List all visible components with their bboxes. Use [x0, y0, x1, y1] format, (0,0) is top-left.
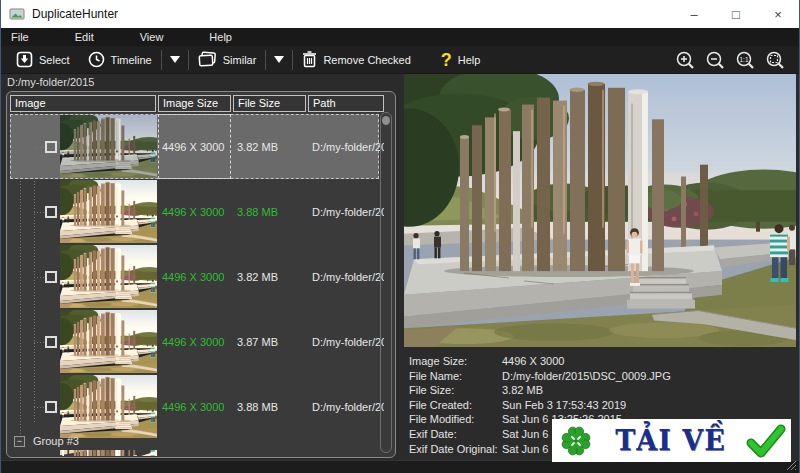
remove-checked-button[interactable]: Remove Checked — [293, 46, 419, 73]
image-thumbnail[interactable] — [60, 115, 157, 178]
meta-file-size: File Size: 3.82 MB — [409, 383, 795, 398]
select-label: Select — [39, 54, 70, 66]
table-row[interactable]: 4496 X 3000 3.88 MB D:/my-folder/20... — [10, 179, 379, 244]
close-button[interactable]: × — [757, 0, 799, 28]
file-size-cell: 3.82 MB — [233, 141, 306, 153]
image-cell — [10, 374, 156, 439]
remove-checked-label: Remove Checked — [323, 54, 410, 66]
similar-button[interactable]: Similar — [189, 46, 266, 73]
menu-view[interactable]: View — [140, 31, 164, 43]
file-size-cell: 3.82 MB — [233, 271, 306, 283]
row-checkbox[interactable] — [45, 206, 57, 218]
app-icon — [9, 6, 25, 22]
chevron-down-icon — [274, 56, 284, 63]
title-bar: DuplicateHunter – □ × — [1, 0, 799, 28]
menu-help[interactable]: Help — [209, 31, 232, 43]
watermark-text: TẢI VỀ — [615, 425, 726, 456]
row-checkbox[interactable] — [45, 271, 57, 283]
path-cell: D:/my-folder/20... — [308, 336, 384, 348]
image-size-cell: 4496 X 3000 — [158, 206, 231, 218]
app-window: DuplicateHunter – □ × File Edit View Hel… — [0, 0, 800, 473]
table-rows: 4496 X 3000 3.82 MB D:/my-folder/20... 4… — [10, 114, 379, 439]
column-header-file-size[interactable]: File Size — [233, 95, 306, 112]
zoom-out-button[interactable] — [705, 50, 725, 70]
image-size-cell: 4496 X 3000 — [158, 271, 231, 283]
file-size-cell: 3.88 MB — [233, 206, 306, 218]
row-checkbox[interactable] — [45, 336, 57, 348]
clock-icon — [88, 51, 105, 68]
timeline-button[interactable]: Timeline — [79, 46, 161, 73]
tree-connector — [34, 147, 45, 148]
table-row[interactable]: 4496 X 3000 3.87 MB D:/my-folder/20... — [10, 309, 379, 374]
image-cell — [10, 114, 156, 179]
meta-file-created: File Created: Sun Feb 3 17:53:43 2019 — [409, 398, 795, 413]
photos-stack-icon — [198, 51, 217, 68]
tree-connector — [34, 407, 45, 408]
collapse-expander-icon[interactable]: − — [14, 436, 25, 447]
path-cell: D:/my-folder/20... — [308, 206, 384, 218]
table-row[interactable]: 4496 X 3000 3.88 MB D:/my-folder/20... — [10, 374, 379, 439]
download-watermark: TẢI VỀ — [552, 419, 791, 462]
timeline-label: Timeline — [111, 54, 152, 66]
clover-icon — [557, 422, 595, 460]
path-cell: D:/my-folder/20... — [308, 271, 384, 283]
zoom-in-button[interactable] — [675, 50, 695, 70]
preview-panel: Image Size: 4496 X 3000 File Name: D:/my… — [398, 74, 799, 460]
tree-connector — [34, 212, 45, 213]
tree-connector — [34, 342, 45, 343]
file-size-cell: 3.87 MB — [233, 336, 306, 348]
main-area: D:/my-folder/2015 Image Image Size File … — [1, 74, 799, 460]
image-thumbnail[interactable] — [60, 375, 157, 438]
scrollbar-thumb[interactable] — [382, 116, 390, 125]
menu-file[interactable]: File — [11, 31, 29, 43]
row-checkbox[interactable] — [45, 401, 57, 413]
tree-connector — [34, 277, 45, 278]
column-header-path[interactable]: Path — [308, 95, 384, 112]
help-button[interactable]: ? Help — [432, 46, 490, 73]
column-header-image-size[interactable]: Image Size — [158, 95, 231, 112]
window-controls: – □ × — [673, 0, 799, 28]
vertical-scrollbar[interactable] — [380, 112, 392, 453]
image-size-cell: 4496 X 3000 — [158, 336, 231, 348]
current-folder-path: D:/my-folder/2015 — [7, 76, 94, 88]
duplicates-list-panel: Image Image Size File Size Path 4496 X 3… — [6, 91, 396, 458]
trash-icon — [302, 51, 317, 68]
image-thumbnail[interactable] — [60, 245, 157, 308]
meta-image-size: Image Size: 4496 X 3000 — [409, 354, 795, 369]
similar-dropdown-button[interactable] — [266, 46, 292, 73]
path-cell: D:/my-folder/20... — [308, 141, 384, 153]
column-header-image[interactable]: Image — [10, 95, 156, 112]
toolbar: Select Timeline Similar — [1, 46, 799, 74]
chevron-down-icon — [170, 56, 180, 63]
image-size-cell: 4496 X 3000 — [158, 401, 231, 413]
svg-text:1:1: 1:1 — [739, 55, 748, 62]
help-icon: ? — [441, 51, 452, 69]
image-cell — [10, 244, 156, 309]
window-title: DuplicateHunter — [32, 7, 118, 21]
select-icon — [16, 51, 33, 68]
meta-file-name: File Name: D:/my-folder/2015\DSC_0009.JP… — [409, 369, 795, 384]
image-cell — [10, 179, 156, 244]
minimize-button[interactable]: – — [673, 0, 715, 28]
table-row[interactable]: 4496 X 3000 3.82 MB D:/my-folder/20... — [10, 114, 379, 179]
image-cell — [10, 309, 156, 374]
row-checkbox[interactable] — [45, 141, 57, 153]
zoom-1-1-button[interactable]: 1:1 — [735, 50, 755, 70]
help-label: Help — [458, 54, 481, 66]
group-label: Group #3 — [33, 435, 79, 447]
maximize-button[interactable]: □ — [715, 0, 757, 28]
image-thumbnail[interactable] — [60, 310, 157, 373]
file-size-cell: 3.88 MB — [233, 401, 306, 413]
partial-next-thumbnail — [60, 450, 157, 456]
menu-bar: File Edit View Help — [1, 28, 799, 46]
menu-edit[interactable]: Edit — [75, 31, 94, 43]
timeline-dropdown-button[interactable] — [162, 46, 188, 73]
table-row[interactable]: 4496 X 3000 3.82 MB D:/my-folder/20... — [10, 244, 379, 309]
preview-image[interactable] — [404, 74, 796, 347]
image-thumbnail[interactable] — [60, 180, 157, 243]
zoom-fit-button[interactable] — [765, 50, 785, 70]
image-size-cell: 4496 X 3000 — [158, 114, 231, 179]
similar-label: Similar — [223, 54, 257, 66]
zoom-controls: 1:1 — [675, 50, 793, 70]
select-button[interactable]: Select — [7, 46, 79, 73]
